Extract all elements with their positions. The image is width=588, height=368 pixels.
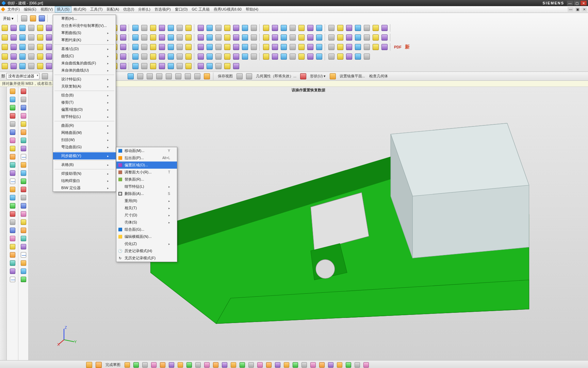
toolbar-button[interactable] bbox=[336, 43, 344, 51]
toolbar-button[interactable] bbox=[206, 24, 214, 32]
insert-menu-item[interactable]: 焊接助理(N)▸ bbox=[53, 170, 116, 177]
toolbar-button[interactable] bbox=[1, 33, 9, 42]
toolbar-button[interactable] bbox=[297, 52, 306, 61]
side-tool[interactable] bbox=[19, 267, 28, 275]
toolbar-button[interactable] bbox=[131, 52, 140, 61]
side-tool[interactable] bbox=[8, 153, 17, 160]
menu-analysis[interactable]: 分析(L) bbox=[136, 6, 152, 13]
toolbar-button[interactable] bbox=[149, 33, 157, 42]
toolbar-button[interactable] bbox=[36, 52, 44, 61]
toolbar-button[interactable] bbox=[232, 24, 240, 32]
insert-menu-item[interactable]: 偏置/缩放(O)▸ bbox=[53, 106, 116, 113]
toolbar-button[interactable] bbox=[158, 52, 166, 61]
doc-minimize[interactable]: — bbox=[568, 7, 574, 12]
insert-menu-item[interactable]: 同步建模(Y)▸ bbox=[53, 152, 116, 159]
bottom-tool[interactable] bbox=[353, 361, 361, 368]
toolbar-button[interactable] bbox=[262, 24, 270, 32]
side-tool[interactable] bbox=[8, 169, 17, 177]
toolbar-button[interactable] bbox=[214, 43, 223, 51]
toolbar-button[interactable] bbox=[206, 43, 214, 51]
toolbar-button[interactable] bbox=[18, 33, 27, 42]
toolbar-button[interactable] bbox=[354, 52, 362, 61]
bottom-tool[interactable] bbox=[300, 361, 308, 368]
side-tool[interactable] bbox=[8, 218, 17, 226]
toolbar-button[interactable] bbox=[27, 33, 35, 42]
toolbar-button[interactable] bbox=[36, 43, 44, 51]
side-tool[interactable] bbox=[8, 276, 17, 283]
toolbar-button[interactable] bbox=[206, 52, 214, 61]
sync-menu-item[interactable]: 🟩替换面(R)... bbox=[116, 176, 177, 183]
toolbar-button[interactable] bbox=[241, 52, 249, 61]
toolbar-button[interactable] bbox=[184, 62, 193, 70]
side-tool[interactable] bbox=[8, 235, 17, 242]
toolbar-button[interactable] bbox=[184, 43, 193, 51]
bottom-tool[interactable] bbox=[185, 361, 193, 368]
toolbar-button[interactable] bbox=[306, 52, 314, 61]
toolbar-button[interactable] bbox=[184, 24, 193, 32]
bottom-tool[interactable] bbox=[176, 361, 184, 368]
toolbar-button[interactable] bbox=[176, 24, 184, 32]
side-tool[interactable] bbox=[8, 227, 17, 234]
toolbar-button[interactable] bbox=[45, 62, 53, 70]
status-tool-c[interactable] bbox=[299, 72, 307, 80]
side-tool[interactable] bbox=[19, 169, 28, 177]
toolbar-button[interactable] bbox=[354, 33, 362, 42]
bottom-tool[interactable] bbox=[247, 361, 255, 368]
side-tool[interactable] bbox=[19, 88, 28, 95]
toolbar-button[interactable] bbox=[214, 52, 223, 61]
toolbar-button[interactable] bbox=[140, 33, 148, 42]
bottom-tool[interactable] bbox=[274, 361, 282, 368]
check-geom-button[interactable]: 检查几何体 bbox=[368, 73, 389, 79]
toolbar-button[interactable] bbox=[336, 24, 344, 32]
vis-tool-3[interactable] bbox=[146, 72, 154, 80]
viewport[interactable]: 该操作重置恢复数据 Z Y X 草图(H)...在任务环境中绘制草图(V)...… bbox=[29, 87, 588, 360]
toolbar-button[interactable] bbox=[315, 43, 323, 51]
sync-menu-item[interactable]: 优化(Z)▸ bbox=[116, 240, 177, 247]
toolbar-button[interactable] bbox=[327, 43, 336, 51]
bottom-tool[interactable] bbox=[238, 361, 246, 368]
toolbar-button[interactable] bbox=[214, 24, 223, 32]
insert-menu-item[interactable]: 组合(B)▸ bbox=[53, 92, 116, 99]
toolbar-button[interactable] bbox=[119, 62, 127, 70]
toolbar-button[interactable] bbox=[327, 33, 336, 42]
toolbar-button[interactable] bbox=[289, 33, 297, 42]
toolbar-button[interactable] bbox=[315, 24, 323, 32]
sync-menu-item[interactable]: 壳体(S)▸ bbox=[116, 219, 177, 226]
toolbar-button[interactable] bbox=[119, 33, 127, 42]
insert-menu-item[interactable]: 关联复制(A)▸ bbox=[53, 87, 116, 90]
doc-close[interactable]: ✕ bbox=[581, 7, 587, 12]
toolbar-button[interactable] bbox=[380, 24, 389, 32]
side-tool[interactable] bbox=[8, 128, 17, 136]
bottom-tool[interactable] bbox=[309, 361, 317, 368]
insert-menu-item[interactable]: 曲面(R)▸ bbox=[53, 122, 116, 129]
toolbar-button[interactable] bbox=[241, 33, 249, 42]
side-tool[interactable] bbox=[19, 96, 28, 103]
menu-view[interactable]: 视图(V) bbox=[38, 6, 55, 13]
toolbar-button[interactable] bbox=[280, 24, 288, 32]
finish-sketch-button[interactable]: 完成草图 bbox=[104, 362, 122, 368]
bottom-tool[interactable] bbox=[159, 361, 167, 368]
pdf-button[interactable]: PDF bbox=[393, 44, 403, 50]
toolbar-button[interactable] bbox=[280, 52, 288, 61]
toolbar-button[interactable] bbox=[158, 62, 166, 70]
toolbar-button[interactable] bbox=[271, 33, 279, 42]
menu-yanxiu[interactable]: 燕秀UG模具8.60 bbox=[212, 6, 244, 13]
side-tool[interactable] bbox=[19, 276, 28, 283]
toolbar-button[interactable] bbox=[10, 43, 18, 51]
status-tool-b[interactable] bbox=[245, 72, 253, 80]
toolbar-button[interactable] bbox=[250, 43, 258, 51]
toolbar-button[interactable] bbox=[289, 52, 297, 61]
insert-menu-item[interactable]: 修剪(T)▸ bbox=[53, 99, 116, 106]
menu-tools[interactable]: 工具(T) bbox=[88, 6, 104, 13]
vis-tool-4[interactable] bbox=[155, 72, 163, 80]
toolbar-button[interactable] bbox=[336, 52, 344, 61]
toolbar-button[interactable] bbox=[250, 33, 258, 42]
side-tool[interactable] bbox=[8, 186, 17, 193]
toolbar-button[interactable] bbox=[167, 62, 175, 70]
vis-tool-8[interactable] bbox=[193, 72, 201, 80]
shape-button[interactable]: 形状(U) ▾ bbox=[309, 73, 327, 79]
sync-menu-item[interactable]: 🟦组合面(G)... bbox=[116, 226, 177, 233]
vis-tool-5[interactable] bbox=[165, 72, 173, 80]
toolbar-button[interactable] bbox=[345, 24, 353, 32]
toolbar-button[interactable] bbox=[184, 52, 193, 61]
